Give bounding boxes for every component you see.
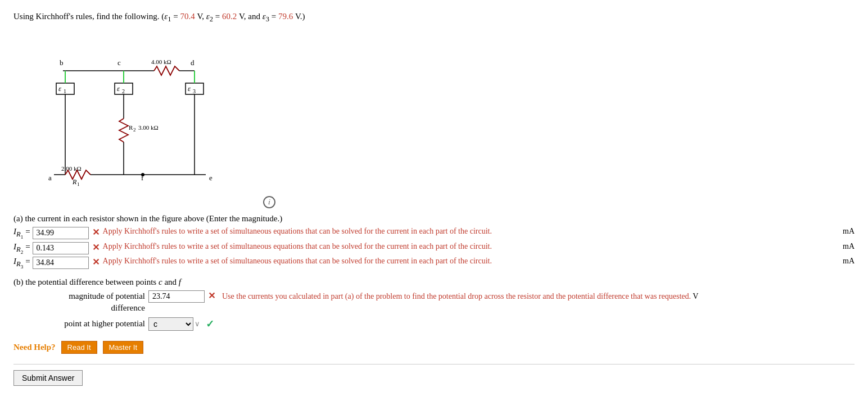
- IR2-hint: Apply Kirchhoff's rules to write a set o…: [103, 242, 840, 251]
- IR1-xmark: ✕: [92, 227, 100, 238]
- e3-eq: =: [269, 12, 278, 21]
- magnitude-input[interactable]: [148, 290, 205, 303]
- statement-prefix: Using Kirchhoff's rules, find the follow…: [13, 12, 164, 21]
- IR1-input[interactable]: [33, 227, 89, 239]
- part-b-container: (b) the potential difference between poi…: [13, 277, 855, 331]
- svg-text:R: R: [129, 124, 133, 131]
- statement-suffix: V.): [293, 12, 305, 21]
- read-it-button[interactable]: Read It: [61, 341, 97, 354]
- svg-text:3.00 kΩ: 3.00 kΩ: [138, 124, 159, 131]
- IR1-hint: Apply Kirchhoff's rules to write a set o…: [103, 227, 840, 236]
- higher-potential-label: point at higher potential: [13, 319, 148, 329]
- e1-eq: =: [171, 12, 180, 21]
- IR3-xmark: ✕: [92, 257, 100, 267]
- node-e-label: e: [209, 174, 213, 182]
- svg-text:2: 2: [133, 127, 136, 133]
- svg-text:ε: ε: [117, 84, 120, 93]
- e2-unit: V, and: [237, 12, 263, 21]
- higher-potential-select[interactable]: c f: [148, 317, 193, 331]
- circuit-diagram: b c d a f e 4.00 kΩ ε 1 2.00 kΩ: [30, 37, 244, 194]
- IR2-input[interactable]: [33, 242, 89, 254]
- svg-text:2: 2: [122, 88, 125, 94]
- magnitude-xmark: ✕: [208, 290, 215, 301]
- IR2-unit: mA: [843, 242, 855, 251]
- svg-text:1: 1: [64, 88, 66, 94]
- node-c-label: c: [117, 58, 121, 67]
- svg-text:4.00 kΩ: 4.00 kΩ: [151, 58, 171, 65]
- higher-potential-row: point at higher potential c f ∨ ✓: [13, 317, 855, 331]
- node-a-label: a: [48, 174, 52, 182]
- problem-statement: Using Kirchhoff's rules, find the follow…: [13, 10, 855, 25]
- need-help-section: Need Help? Read It Master It: [13, 341, 855, 354]
- current-row-IR2: IR2 = ✕ Apply Kirchhoff's rules to write…: [13, 242, 855, 255]
- current-row-IR1: IR1 = ✕ Apply Kirchhoff's rules to write…: [13, 227, 855, 240]
- magnitude-row: magnitude of potentialdifference ✕ Use t…: [13, 290, 855, 314]
- higher-potential-checkmark: ✓: [206, 318, 214, 330]
- svg-text:ε: ε: [58, 84, 62, 93]
- IR3-eq: =: [25, 257, 30, 266]
- svg-text:ε: ε: [188, 84, 191, 93]
- IR2-eq: =: [25, 242, 30, 252]
- node-d-label: d: [191, 58, 195, 67]
- IR3-hint: Apply Kirchhoff's rules to write a set o…: [103, 257, 840, 266]
- IR1-unit: mA: [843, 227, 855, 236]
- svg-text:2.00 kΩ: 2.00 kΩ: [61, 165, 82, 172]
- part-b-label: (b) the potential difference between poi…: [13, 277, 855, 287]
- e2-eq: =: [213, 12, 222, 21]
- master-it-button[interactable]: Master It: [103, 341, 144, 354]
- svg-text:1: 1: [77, 181, 80, 187]
- e3-val: 79.6: [278, 12, 293, 21]
- IR3-input[interactable]: [33, 257, 89, 269]
- IR3-label: IR3: [13, 257, 23, 270]
- e1-unit: V,: [195, 12, 206, 21]
- magnitude-unit: V: [693, 292, 698, 300]
- part-a-label: (a) the current in each resistor shown i…: [13, 214, 855, 224]
- current-row-IR3: IR3 = ✕ Apply Kirchhoff's rules to write…: [13, 257, 855, 270]
- IR2-label: IR2: [13, 242, 23, 255]
- magnitude-content: ✕ Use the currents you calculated in par…: [148, 290, 698, 303]
- submit-row: Submit Answer: [13, 364, 855, 386]
- e1-val: 70.4: [180, 12, 195, 21]
- node-b-label: b: [60, 58, 64, 67]
- magnitude-hint: Use the currents you calculated in part …: [222, 290, 698, 302]
- e2-val: 60.2: [222, 12, 237, 21]
- currents-list: IR1 = ✕ Apply Kirchhoff's rules to write…: [13, 227, 855, 270]
- svg-text:R: R: [72, 178, 77, 186]
- circuit-svg: b c d a f e 4.00 kΩ ε 1 2.00 kΩ: [30, 37, 244, 194]
- IR3-unit: mA: [843, 257, 855, 266]
- IR2-xmark: ✕: [92, 242, 100, 253]
- svg-text:3: 3: [193, 88, 196, 94]
- IR1-label: IR1: [13, 227, 23, 240]
- need-help-label: Need Help?: [13, 343, 56, 352]
- magnitude-label: magnitude of potentialdifference: [13, 290, 148, 314]
- IR1-eq: =: [25, 227, 30, 236]
- info-icon[interactable]: 𝑖: [263, 196, 275, 208]
- submit-button[interactable]: Submit Answer: [13, 370, 83, 386]
